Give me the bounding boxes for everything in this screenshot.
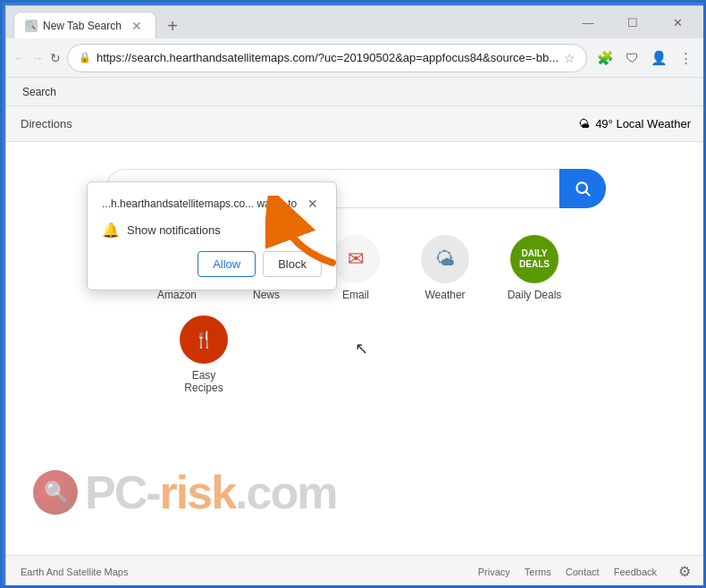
news-label: News	[253, 289, 280, 301]
deals-label: Daily Deals	[508, 289, 562, 301]
recipes-label: Easy Recipes	[172, 369, 235, 394]
main-content: Directions 🌤 49° Local Weather	[6, 106, 705, 587]
amazon-label: Amazon	[157, 289, 197, 301]
popup-site-text: ...h.hearthandsatellitemaps.co... wants …	[102, 197, 297, 210]
popup-close-button[interactable]: ✕	[304, 195, 322, 213]
window-controls: — ☐ ✕	[567, 9, 698, 36]
tab-favicon: 🔍	[25, 20, 38, 32]
popup-notification-row: 🔔 Show notifications	[102, 222, 322, 239]
title-bar: 🔍 New Tab Search ✕ + — ☐ ✕	[6, 6, 705, 38]
bottom-left-text: Earth And Satellite Maps	[21, 567, 128, 577]
forward-button[interactable]: →	[31, 46, 44, 71]
account-icon[interactable]: 👤	[646, 46, 671, 71]
privacy-link[interactable]: Privacy	[478, 567, 510, 577]
terms-link[interactable]: Terms	[525, 567, 551, 577]
popup-actions: Allow Block	[102, 251, 322, 277]
popup-header: ...h.hearthandsatellitemaps.co... wants …	[102, 195, 322, 213]
shield-icon[interactable]: 🛡	[619, 46, 644, 71]
browser-window: 🔍 New Tab Search ✕ + — ☐ ✕ ← → ↻ 🔒 https…	[5, 5, 706, 588]
tab-title: New Tab Search	[43, 20, 122, 32]
bookmark-star-icon[interactable]: ☆	[564, 51, 576, 65]
tab-close-button[interactable]: ✕	[129, 18, 145, 34]
weather-icon: 🌤	[421, 235, 469, 283]
block-button[interactable]: Block	[263, 251, 322, 277]
contact-link[interactable]: Contact	[566, 567, 600, 577]
weather-icon: 🌤	[578, 117, 590, 130]
maximize-button[interactable]: ☐	[612, 9, 653, 36]
watermark-text: PC-risk.com	[85, 466, 336, 519]
address-bar: ← → ↻ 🔒 https://search.hearthandsatellit…	[6, 38, 705, 78]
quick-link-deals[interactable]: DAILYDEALS Daily Deals	[503, 235, 566, 301]
email-label: Email	[342, 289, 369, 301]
notification-text: Show notifications	[127, 223, 221, 237]
page-body: a Amazon NEWS News ✉ Email 🌤 Weather DAI…	[6, 142, 705, 555]
quick-link-recipes[interactable]: 🍴 Easy Recipes	[172, 315, 235, 394]
settings-gear-icon[interactable]: ⚙	[678, 563, 691, 580]
bookmarks-bar: Search	[6, 78, 705, 106]
weather-text: 49° Local Weather	[595, 117, 691, 130]
new-tab-button[interactable]: +	[160, 13, 185, 38]
refresh-button[interactable]: ↻	[49, 46, 62, 71]
minimize-button[interactable]: —	[567, 9, 609, 36]
watermark: PC-risk.com	[33, 466, 336, 519]
directions-link[interactable]: Directions	[21, 117, 72, 130]
active-tab[interactable]: 🔍 New Tab Search ✕	[13, 12, 156, 38]
email-icon: ✉	[332, 235, 380, 283]
allow-button[interactable]: Allow	[198, 251, 256, 277]
close-button[interactable]: ✕	[657, 9, 698, 36]
menu-icon[interactable]: ⋮	[673, 46, 698, 71]
tab-area: 🔍 New Tab Search ✕ +	[13, 6, 564, 38]
bottom-bar: Earth And Satellite Maps Privacy Terms C…	[6, 555, 705, 587]
bookmark-search[interactable]: Search	[13, 82, 65, 102]
search-button[interactable]	[559, 169, 606, 208]
url-bar[interactable]: 🔒 https://search.hearthandsatellitemaps.…	[67, 44, 587, 72]
toolbar-icons: 🧩 🛡 👤 ⋮	[593, 46, 698, 71]
weather-label: Weather	[424, 289, 465, 301]
svg-line-1	[586, 192, 590, 196]
bell-icon: 🔔	[102, 222, 120, 239]
security-icon: 🔒	[79, 52, 91, 63]
top-strip: Directions 🌤 49° Local Weather	[6, 106, 705, 142]
url-text: https://search.hearthandsatellitemaps.co…	[97, 51, 559, 64]
pcrisk-logo	[33, 470, 78, 515]
back-button[interactable]: ←	[13, 46, 26, 71]
quick-link-weather[interactable]: 🌤 Weather	[414, 235, 476, 301]
deals-icon: DAILYDEALS	[510, 235, 559, 283]
extensions-icon[interactable]: 🧩	[593, 46, 618, 71]
recipes-icon: 🍴	[180, 315, 228, 364]
notification-popup: ...h.hearthandsatellitemaps.co... wants …	[87, 181, 337, 290]
feedback-link[interactable]: Feedback	[614, 567, 657, 577]
bottom-links: Privacy Terms Contact Feedback ⚙	[478, 563, 691, 580]
weather-widget[interactable]: 🌤 49° Local Weather	[578, 117, 691, 130]
quick-links-row2: 🍴 Easy Recipes	[172, 315, 539, 394]
